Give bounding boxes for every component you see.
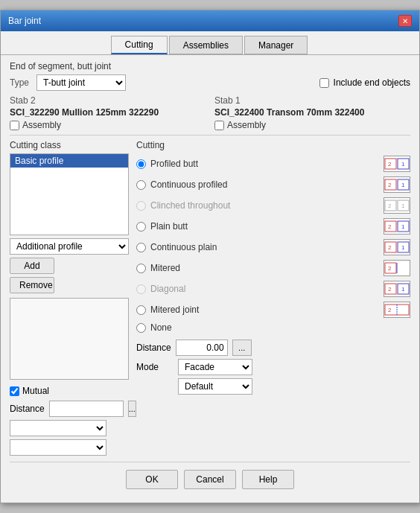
- ok-button[interactable]: OK: [126, 470, 178, 489]
- stab2-assembly-check[interactable]: [10, 121, 19, 130]
- clinched-throughout-svg: 2 1: [384, 198, 410, 213]
- mode-select[interactable]: Facade Standard Custom: [178, 359, 252, 375]
- left-browse-btn[interactable]: ...: [128, 401, 136, 417]
- type-select[interactable]: T-butt joint: [36, 74, 126, 91]
- stab1-assembly-label: Assembly: [227, 120, 266, 130]
- svg-text:1: 1: [401, 161, 405, 168]
- tab-assemblies[interactable]: Assemblies: [169, 36, 243, 54]
- stab1-assembly: Assembly: [214, 120, 410, 130]
- stab1-value: SCI_322400 Transom 70mm 322400: [214, 107, 410, 118]
- tabs-row: Cutting Assemblies Manager: [1, 31, 419, 55]
- plain-butt-icon: 2 1: [384, 218, 410, 235]
- radio-continuous-profiled: Continuous profiled 2 1: [136, 176, 410, 194]
- main-sections: Cutting class Basic profile Additional p…: [10, 140, 410, 456]
- left-bottom-list[interactable]: [10, 298, 129, 380]
- left-distance-input[interactable]: [49, 401, 124, 417]
- left-distance-label: Distance: [10, 404, 45, 414]
- continuous-plain-icon: 2 1: [384, 239, 410, 255]
- mode-row: Mode Facade Standard Custom: [136, 359, 410, 375]
- radio-mitered-input[interactable]: [136, 264, 146, 273]
- clinched-throughout-icon: 2 1: [384, 197, 410, 214]
- left-distance-row: Distance ...: [10, 401, 129, 417]
- left-combo-2[interactable]: [10, 439, 106, 456]
- cutting-right-label: Cutting: [136, 140, 410, 150]
- continuous-plain-svg: 2 1: [384, 240, 410, 255]
- top-section: End of segment, butt joint Type T-butt j…: [10, 61, 410, 130]
- radio-profiled-butt-input[interactable]: [136, 159, 146, 169]
- left-combo-row-1: [10, 420, 129, 436]
- dialog-content: End of segment, butt joint Type T-butt j…: [1, 55, 419, 503]
- title-bar: Bar joint ✕: [1, 10, 419, 31]
- remove-button[interactable]: Remove: [10, 277, 54, 293]
- svg-text:1: 1: [401, 223, 405, 230]
- stab2-label: Stab 2: [10, 95, 206, 106]
- radio-continuous-plain-input[interactable]: [136, 243, 146, 252]
- dialog-title: Bar joint: [8, 16, 41, 26]
- right-section: Cutting Profiled butt 2 1: [136, 140, 410, 456]
- mutual-check[interactable]: [10, 386, 19, 396]
- radio-plain-butt-input[interactable]: [136, 222, 146, 232]
- radio-mitered-joint-input[interactable]: [136, 305, 146, 315]
- radio-mitered-joint-label: Mitered joint: [150, 305, 379, 315]
- tab-manager[interactable]: Manager: [244, 36, 308, 54]
- radio-diagonal: Diagonal 2 1: [136, 280, 410, 298]
- add-button[interactable]: Add: [10, 258, 54, 274]
- svg-text:2: 2: [388, 244, 392, 251]
- cutting-class-list[interactable]: Basic profile: [10, 153, 129, 235]
- mitered-svg: 2: [384, 261, 410, 275]
- segment-label: End of segment, butt joint: [10, 61, 410, 71]
- radio-continuous-plain: Continuous plain 2 1: [136, 238, 410, 256]
- right-browse-btn[interactable]: ...: [232, 340, 252, 356]
- left-combo-row-2: [10, 439, 129, 456]
- list-item-basic-profile[interactable]: Basic profile: [10, 154, 128, 168]
- svg-text:2: 2: [388, 223, 392, 230]
- stab2-assembly: Assembly: [10, 120, 206, 130]
- include-end-objects-label: Include end objects: [334, 77, 410, 88]
- divider-1: [10, 135, 410, 136]
- radio-mitered-joint: Mitered joint 2: [136, 301, 410, 319]
- svg-text:2: 2: [388, 161, 392, 168]
- stab2-value: SCI_322290 Mullion 125mm 322290: [10, 107, 206, 118]
- cancel-button[interactable]: Cancel: [184, 470, 236, 489]
- radio-clinched-throughout: Clinched throughout 2 1: [136, 197, 410, 214]
- mode-label: Mode: [136, 362, 174, 372]
- stab1-label: Stab 1: [214, 95, 410, 106]
- mutual-label: Mutual: [22, 386, 49, 396]
- tab-cutting[interactable]: Cutting: [111, 36, 168, 54]
- help-button[interactable]: Help: [242, 470, 294, 489]
- radio-none-input[interactable]: [136, 323, 146, 333]
- radio-continuous-plain-label: Continuous plain: [150, 242, 379, 252]
- close-button[interactable]: ✕: [398, 15, 412, 27]
- mitered-icon: 2: [384, 260, 410, 276]
- right-distance-input[interactable]: 0.00: [176, 340, 228, 356]
- radio-profiled-butt: Profiled butt 2 1: [136, 155, 410, 173]
- continuous-profiled-svg: 2 1: [384, 177, 410, 192]
- radio-plain-butt-label: Plain butt: [150, 221, 379, 232]
- additional-profile-select[interactable]: Additional profile: [10, 238, 129, 255]
- diagonal-svg: 2 1: [384, 281, 410, 296]
- default-combo-row: Default Custom: [136, 375, 410, 395]
- mitered-joint-svg: 2: [384, 302, 410, 317]
- type-label: Type: [10, 77, 32, 88]
- include-end-objects-check[interactable]: [319, 78, 329, 88]
- left-combo-1[interactable]: [10, 420, 106, 436]
- radio-continuous-profiled-input[interactable]: [136, 180, 146, 190]
- radio-profiled-butt-label: Profiled butt: [150, 159, 379, 169]
- stab1-assembly-check[interactable]: [214, 121, 224, 130]
- mutual-row: Mutual: [10, 386, 129, 396]
- radio-clinched-throughout-label: Clinched throughout: [150, 200, 379, 211]
- radio-diagonal-label: Diagonal: [150, 284, 379, 294]
- default-select[interactable]: Default Custom: [178, 378, 252, 395]
- profile-add-row: Additional profile: [10, 238, 129, 255]
- plain-butt-svg: 2 1: [384, 219, 410, 234]
- svg-text:1: 1: [401, 203, 405, 209]
- bottom-buttons: OK Cancel Help: [10, 462, 410, 495]
- svg-text:2: 2: [388, 307, 392, 313]
- mitered-joint-icon: 2: [384, 302, 410, 318]
- svg-text:2: 2: [388, 182, 392, 188]
- type-row: Type T-butt joint Include end objects: [10, 74, 410, 91]
- bar-joint-dialog: Bar joint ✕ Cutting Assemblies Manager E…: [0, 10, 420, 503]
- svg-text:1: 1: [401, 182, 405, 188]
- svg-text:2: 2: [388, 286, 392, 293]
- left-combos: [10, 420, 129, 456]
